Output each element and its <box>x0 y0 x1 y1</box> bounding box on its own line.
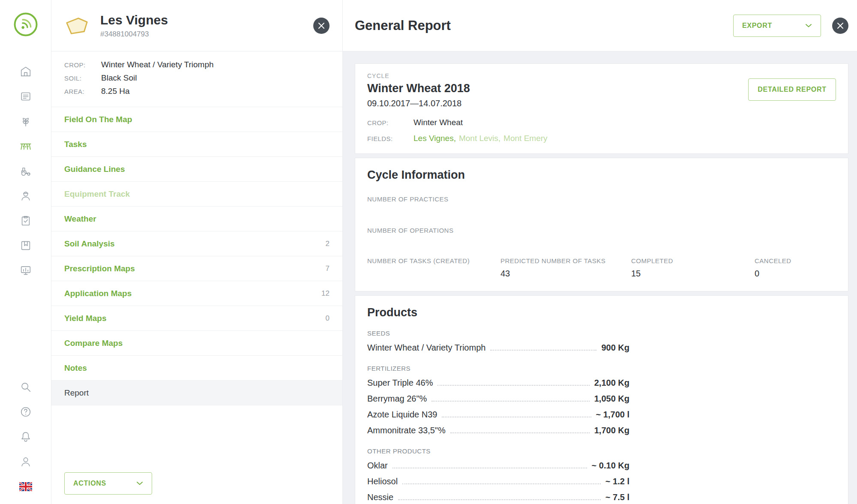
cycle-card: CYCLE Winter Wheat 2018 09.10.2017—14.07… <box>355 63 848 154</box>
menu-item-count: 0 <box>326 314 330 323</box>
search-icon[interactable] <box>19 381 32 393</box>
stat-value: 0 <box>755 269 836 279</box>
cycle-crop-row: CROP: Winter Wheat <box>367 118 836 127</box>
product-name: Winter Wheat / Variety Triomph <box>367 343 485 353</box>
scouting-icon[interactable] <box>19 189 32 202</box>
close-icon <box>837 23 843 29</box>
field-menu-item-tasks[interactable]: Tasks <box>51 132 342 156</box>
product-name: Berrymag 26"% <box>367 394 427 404</box>
analytics-icon[interactable] <box>19 264 32 277</box>
crop-rotation-icon[interactable] <box>19 115 32 128</box>
menu-item-count: 7 <box>326 264 330 273</box>
field-menu-item-field-on-the-map[interactable]: Field On The Map <box>51 107 342 132</box>
products-card: Products SEEDSWinter Wheat / Variety Tri… <box>355 295 848 504</box>
product-row-azote-liquide-n39: Azote Liquide N39~ 1,700 l <box>367 410 629 420</box>
report-close-button[interactable] <box>832 18 848 34</box>
field-id: #34881004793 <box>100 30 168 39</box>
crop-value: Winter Wheat <box>414 118 463 127</box>
product-row-berrymag-26: Berrymag 26"%1,050 Kg <box>367 394 629 404</box>
export-button[interactable]: EXPORT <box>733 15 821 37</box>
field-menu-item-equipment-track[interactable]: Equipment Track <box>51 181 342 206</box>
product-value: ~ 1,700 l <box>596 410 629 420</box>
report-header: General Report EXPORT <box>343 0 857 51</box>
stat-label: COMPLETED <box>631 257 755 264</box>
product-name: Super Triple 46% <box>367 378 433 388</box>
actions-button-label: ACTIONS <box>73 480 106 487</box>
menu-item-label: Soil Analysis <box>64 239 115 249</box>
stat-label: PREDICTED NUMBER OF TASKS <box>500 257 631 264</box>
actions-button[interactable]: ACTIONS <box>64 472 152 495</box>
cropio-logo-icon <box>13 12 38 37</box>
field-menu-item-notes[interactable]: Notes <box>51 355 342 380</box>
cycle-stat-number-of-tasks-created: NUMBER OF TASKS (CREATED) <box>367 257 500 279</box>
app-logo[interactable] <box>13 12 38 39</box>
cycle-stat-predicted-number-of-tasks: PREDICTED NUMBER OF TASKS43 <box>500 257 631 279</box>
irrigation-icon[interactable] <box>19 140 32 153</box>
menu-item-label: Report <box>64 388 89 398</box>
chevron-down-icon <box>805 24 812 28</box>
machinery-icon[interactable] <box>19 165 32 177</box>
cycle-field-link-les-vignes[interactable]: Les Vignes, <box>414 134 456 143</box>
dotted-leader <box>450 432 590 433</box>
menu-item-label: Tasks <box>64 140 87 149</box>
info-label: CROP: <box>64 61 101 69</box>
field-title: Les Vignes <box>100 13 168 27</box>
product-name: Azote Liquide N39 <box>367 410 437 420</box>
stat-value <box>367 269 500 279</box>
field-menu: Field On The MapTasksGuidance LinesEquip… <box>51 107 342 405</box>
menu-item-label: Prescription Maps <box>64 264 135 273</box>
notifications-icon[interactable] <box>19 430 32 443</box>
menu-item-label: Field On The Map <box>64 115 132 124</box>
cycle-field-link-mont-emery[interactable]: Mont Emery <box>503 134 547 143</box>
menu-item-label: Equipment Track <box>64 189 130 199</box>
product-value: 900 Kg <box>601 343 629 353</box>
dotted-leader <box>393 468 587 468</box>
field-panel: Les Vignes #34881004793 CROP:Winter Whea… <box>51 0 343 504</box>
field-menu-item-soil-analysis[interactable]: Soil Analysis2 <box>51 231 342 256</box>
product-groups: SEEDSWinter Wheat / Variety Triomph900 K… <box>367 330 836 504</box>
product-value: 2,100 Kg <box>594 378 629 388</box>
cycle-field-link-mont-levis[interactable]: Mont Levis, <box>459 134 500 143</box>
operations-label: NUMBER OF OPERATIONS <box>367 227 836 234</box>
detailed-report-button[interactable]: DETAILED REPORT <box>748 78 836 101</box>
field-menu-item-application-maps[interactable]: Application Maps12 <box>51 281 342 306</box>
field-titles: Les Vignes #34881004793 <box>100 13 168 39</box>
menu-item-count: 2 <box>326 240 330 248</box>
report-content: CYCLE Winter Wheat 2018 09.10.2017—14.07… <box>343 51 857 504</box>
saved-maps-icon[interactable] <box>19 239 32 252</box>
field-panel-header: Les Vignes #34881004793 <box>51 0 342 51</box>
menu-item-label: Guidance Lines <box>64 165 125 174</box>
menu-item-label: Notes <box>64 363 87 373</box>
menu-item-label: Compare Maps <box>64 339 123 348</box>
export-button-label: EXPORT <box>742 22 772 30</box>
field-passport-icon[interactable] <box>19 90 32 103</box>
field-menu-item-prescription-maps[interactable]: Prescription Maps7 <box>51 256 342 281</box>
info-value: Winter Wheat / Variety Triomph <box>101 60 214 69</box>
icon-rail <box>0 0 51 504</box>
product-name: Heliosol <box>367 477 398 486</box>
field-menu-item-report[interactable]: Report <box>51 380 342 405</box>
info-label: SOIL: <box>64 75 101 82</box>
dotted-leader <box>402 483 601 484</box>
uk-flag-icon[interactable] <box>19 480 32 493</box>
profile-icon[interactable] <box>19 455 32 468</box>
field-log-icon[interactable] <box>19 214 32 227</box>
dotted-leader <box>490 350 596 351</box>
practices-label: NUMBER OF PRACTICES <box>367 195 836 203</box>
stat-value: 43 <box>500 269 631 279</box>
farm-icon[interactable] <box>19 65 32 78</box>
cycle-information-title: Cycle Information <box>367 168 836 182</box>
cycle-stat-completed: COMPLETED15 <box>631 257 755 279</box>
field-menu-item-compare-maps[interactable]: Compare Maps <box>51 330 342 355</box>
menu-item-label: Weather <box>64 214 96 224</box>
field-menu-item-yield-maps[interactable]: Yield Maps0 <box>51 306 342 330</box>
field-menu-item-weather[interactable]: Weather <box>51 206 342 231</box>
product-value: ~ 1.2 l <box>605 477 629 486</box>
stat-label: NUMBER OF TASKS (CREATED) <box>367 257 500 264</box>
help-icon[interactable] <box>19 405 32 418</box>
dotted-leader <box>442 417 591 417</box>
field-panel-close-button[interactable] <box>313 18 330 34</box>
product-row-winter-wheat-variety-triomph: Winter Wheat / Variety Triomph900 Kg <box>367 343 629 353</box>
field-menu-item-guidance-lines[interactable]: Guidance Lines <box>51 156 342 181</box>
field-shape-icon <box>64 16 89 36</box>
